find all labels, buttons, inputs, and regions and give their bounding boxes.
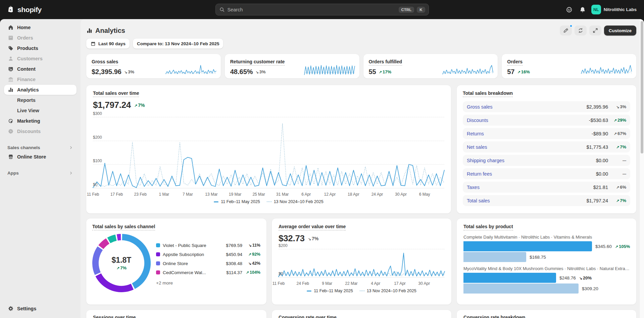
compare-button[interactable]: Compare to: 13 Nov 2024–10 Feb 2025	[133, 39, 223, 49]
sidebar-item-reports[interactable]: Reports	[4, 95, 77, 105]
channel-legend-item[interactable]: Violet - Public Square$769.59↘11%	[156, 241, 260, 250]
breakdown-row[interactable]: Gross sales$2,395.96↘3%	[463, 101, 630, 112]
metric-card-returning-customer-rate[interactable]: Returning customer rate48.65%↘3%	[225, 54, 359, 78]
channel-legend-item[interactable]: Online Store$308.48↘42%	[156, 259, 260, 268]
metric-card-orders-fulfilled[interactable]: Orders fulfilled55↗17%	[363, 54, 498, 78]
channel-legend-item[interactable]: Appstle Subscription$450.94↗92%	[156, 250, 260, 259]
sidebar-item-content[interactable]: Content	[4, 64, 77, 74]
breakdown-row[interactable]: Return fees$0.00—	[463, 168, 630, 179]
page-scrollbar[interactable]	[639, 19, 644, 318]
legend-item[interactable]: 13 Nov 2024–10 Feb 2025	[267, 199, 324, 204]
sidebar-item-online-store[interactable]: Online Store	[4, 152, 77, 162]
total-sales-by-channel-card: Total sales by sales channel $1.8T ↗7% V…	[86, 218, 266, 305]
metric-card-orders[interactable]: Orders57↗16%	[502, 54, 636, 78]
customize-button[interactable]: Customize	[604, 25, 636, 36]
card-title[interactable]: Conversion rate over time	[279, 315, 337, 318]
scrollbar-thumb[interactable]	[641, 21, 643, 153]
breakdown-row[interactable]: Total sales$1,797.24↗7%	[463, 195, 630, 206]
sidebar-item-marketing[interactable]: Marketing	[4, 116, 77, 126]
sales-channels-header[interactable]: Sales channels	[4, 143, 77, 152]
apps-header[interactable]: Apps	[4, 169, 77, 177]
previous-period-bar[interactable]	[463, 283, 579, 294]
x-axis-label: 19 Mar	[229, 192, 241, 197]
breakdown-row[interactable]: Net sales$1,775.43↗7%	[463, 141, 630, 152]
legend-item[interactable]: 13 Nov 2024–10 Feb 2025	[360, 289, 416, 293]
sidebar-item-finance[interactable]: Finance	[4, 74, 77, 84]
products-title[interactable]: Total sales by product	[463, 224, 513, 231]
change-value: 7%	[620, 144, 626, 149]
metric-title[interactable]: Returning customer rate	[230, 59, 285, 66]
total-sales-line-chart[interactable]: $300$200$100$0	[93, 117, 444, 188]
x-axis-label: 25 Mar	[252, 192, 265, 197]
chart-title[interactable]: Total sales over time	[93, 90, 139, 97]
x-axis-label: 18 Apr	[348, 192, 359, 197]
breakdown-metric-link[interactable]: Net sales	[467, 144, 487, 150]
legend-item[interactable]: 11 Feb–11 May 2025	[307, 289, 353, 293]
page-actions: Customize	[560, 25, 636, 36]
breakdown-metric-link[interactable]: Gross sales	[467, 104, 493, 110]
x-axis-label: 17 Apr	[394, 281, 406, 286]
breakdown-metric-link[interactable]: Discounts	[467, 118, 488, 123]
ai-assistant-button[interactable]	[560, 25, 572, 36]
metric-title[interactable]: Orders	[507, 59, 523, 66]
breakdown-metric-link[interactable]: Taxes	[467, 185, 480, 190]
apps-label: Apps	[7, 171, 19, 176]
refresh-button[interactable]	[575, 25, 587, 36]
breakdown-row[interactable]: Taxes$21.81↗6%	[463, 182, 630, 193]
current-period-bar[interactable]	[463, 241, 592, 251]
sidebar-item-live-view[interactable]: Live View	[4, 106, 77, 116]
search-input[interactable]: Search CTRL K	[215, 4, 429, 15]
aov-line-chart[interactable]: $200$0	[279, 249, 445, 277]
legend-item[interactable]: 11 Feb–11 May 2025	[214, 199, 260, 204]
sidebar-item-home[interactable]: Home	[4, 22, 77, 33]
metric-card-gross-sales[interactable]: Gross sales$2,395.96↘3%	[86, 54, 221, 78]
change-value: 7%	[138, 103, 145, 108]
account-menu[interactable]: NL Nitrolithic Labs	[590, 4, 639, 15]
previous-period-bar[interactable]	[463, 252, 526, 262]
breakdown-title[interactable]: Total sales breakdown	[463, 90, 513, 97]
card-title[interactable]: Sessions over time	[93, 315, 136, 318]
sidekick-button[interactable]	[563, 4, 575, 15]
breakdown-row[interactable]: Shipping charges$0.00—	[463, 155, 630, 166]
metric-value: $2,395.96	[92, 68, 121, 76]
chart-title[interactable]: Average order value over time	[279, 224, 346, 231]
breakdown-row[interactable]: Returns-$89.90↗67%	[463, 128, 630, 139]
show-more-channels[interactable]: +2 more	[156, 280, 260, 285]
x-axis-label: 13 Mar	[205, 192, 217, 197]
shortcut-ctrl-key: CTRL	[399, 7, 414, 13]
change-down-indicator: ↘3%	[256, 69, 266, 74]
topbar: S shopify Search CTRL K NL Nitrolithic L…	[0, 0, 644, 19]
metric-title[interactable]: Gross sales	[92, 59, 118, 66]
change-up-indicator: ↗29%	[608, 118, 626, 123]
legend-swatch	[156, 243, 160, 247]
metric-title[interactable]: Orders fulfilled	[369, 59, 402, 66]
breakdown-metric-link[interactable]: Shipping charges	[467, 158, 504, 163]
sidebar-item-analytics[interactable]: Analytics	[4, 85, 77, 95]
sidebar-item-settings[interactable]: Settings	[4, 304, 77, 314]
partial-card-conversion-rate-breakdown: Conversion rate breakdown	[457, 310, 636, 318]
sidebar-item-products[interactable]: Products	[4, 43, 77, 53]
sidebar-item-customers[interactable]: Customers	[4, 54, 77, 64]
date-range-button[interactable]: Last 90 days	[86, 39, 130, 49]
fullscreen-button[interactable]	[589, 25, 601, 36]
shortcut-k-key: K	[417, 7, 425, 13]
breakdown-metric-link[interactable]: Returns	[467, 131, 484, 136]
sidebar-item-discounts[interactable]: Discounts	[4, 126, 77, 136]
breakdown-row[interactable]: Discounts-$530.63↗29%	[463, 115, 630, 126]
channels-title[interactable]: Total sales by sales channel	[92, 224, 155, 231]
x-axis-label: 23 Feb	[134, 192, 146, 197]
metric-value: 57	[507, 68, 514, 76]
product-name: MycoVitality Mind & Body 10X Mushroom Gu…	[463, 266, 630, 271]
channel-donut[interactable]: $1.8T ↗7%	[92, 234, 151, 292]
current-period-bar[interactable]	[463, 273, 556, 283]
y-axis-label: $300	[93, 111, 102, 116]
sparkline-svg	[166, 64, 216, 75]
change-down-indicator: ↘20%	[579, 275, 592, 280]
card-title[interactable]: Conversion rate breakdown	[463, 315, 525, 318]
channel-legend-item[interactable]: CedCommerce Wal...$114.37↗104%	[156, 268, 260, 277]
breakdown-metric-link[interactable]: Total sales	[467, 198, 490, 203]
notifications-button[interactable]	[577, 4, 588, 15]
sidebar-item-orders[interactable]: Orders	[4, 33, 77, 43]
shopify-logo[interactable]: S shopify	[0, 5, 42, 14]
breakdown-metric-link[interactable]: Return fees	[467, 171, 492, 177]
